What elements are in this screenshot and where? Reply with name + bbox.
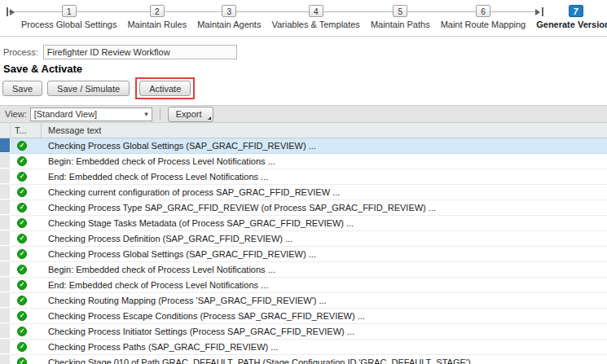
step-number[interactable]: 1	[62, 5, 77, 17]
table-row[interactable]: ✓ Checking Routing Mapping (Process 'SAP…	[0, 293, 607, 309]
roadmap-step-maint-route-mapping[interactable]: 6 Maint Route Mapping	[441, 5, 526, 29]
step-label: Variables & Templates	[271, 20, 359, 29]
toolbar-separator	[160, 108, 161, 120]
step-number[interactable]: 3	[222, 5, 236, 17]
table-row[interactable]: ✓ Checking Process Escape Conditions (Pr…	[0, 309, 607, 324]
row-selector[interactable]	[0, 247, 11, 261]
message-text: Checking Stage 010 of Path GRAC_DEFAULT_…	[42, 355, 481, 364]
process-field[interactable]	[43, 45, 237, 59]
message-text: Checking Process Global Settings (SAP_GR…	[42, 138, 316, 153]
success-icon: ✓	[17, 249, 27, 259]
table-row[interactable]: ✓ End: Embedded check of Process Level N…	[0, 169, 607, 185]
roadmap-start-icon	[7, 7, 16, 17]
step-label: Maintain Agents	[197, 20, 261, 29]
success-icon: ✓	[17, 234, 27, 243]
step-label: Maintain Rules	[127, 20, 187, 29]
workflow-roadmap: 1 Process Global Settings 2 Maintain Rul…	[0, 0, 607, 31]
table-row[interactable]: ✓ Begin: Embedded check of Process Level…	[0, 262, 607, 278]
step-number[interactable]: 2	[150, 5, 165, 17]
message-text: Checking current configuration of proces…	[42, 185, 340, 200]
row-selector[interactable]	[0, 138, 11, 153]
process-label: Process:	[3, 47, 38, 57]
type-column-header[interactable]: T...	[11, 123, 42, 138]
table-row[interactable]: ✓ Checking Process Global Settings (SAP_…	[0, 247, 607, 262]
message-column-header[interactable]: Message text	[42, 123, 101, 138]
table-row[interactable]: ✓ Checking Process Definition (SAP_GRAC_…	[0, 231, 607, 247]
message-text: Checking Routing Mapping (Process 'SAP_G…	[42, 293, 327, 308]
export-button-label: Export	[176, 109, 202, 119]
step-number[interactable]: 7	[569, 5, 583, 17]
save-button[interactable]: Save	[2, 81, 42, 96]
message-text: Checking Stage Tasks Metadata (of Proces…	[42, 216, 354, 230]
success-icon: ✓	[17, 203, 27, 213]
table-row[interactable]: ✓ Begin: Embedded check of Process Level…	[0, 154, 607, 169]
row-selector[interactable]	[0, 340, 11, 354]
success-icon: ✓	[17, 296, 27, 305]
view-select[interactable]: [Standard View] ▾	[30, 107, 152, 121]
table-row[interactable]: ✓ Checking current configuration of proc…	[0, 185, 607, 200]
message-log-table: T... Message text ✓ Checking Process Glo…	[0, 123, 607, 364]
step-label: Generate Versions	[536, 20, 607, 29]
roadmap-step-maintain-rules[interactable]: 2 Maintain Rules	[127, 5, 187, 29]
message-text: Checking Process Type SAP_GRAC_FFID_REVI…	[42, 200, 436, 215]
selector-column-header	[0, 123, 11, 138]
row-selector[interactable]	[0, 216, 11, 230]
message-text: Begin: Embedded check of Process Level N…	[42, 262, 275, 277]
message-text: Checking Process Escape Conditions (Proc…	[42, 309, 365, 323]
roadmap-step-generate-versions[interactable]: 7 Generate Versions	[536, 5, 607, 29]
row-selector[interactable]	[0, 154, 11, 169]
success-icon: ✓	[17, 141, 27, 151]
action-button-row: Save Save / Simulate Activate	[2, 78, 607, 99]
log-toolbar: View: [Standard View] ▾ Export	[0, 105, 607, 123]
save-simulate-button[interactable]: Save / Simulate	[47, 81, 130, 96]
msmp-workflow-config-screen: 1 Process Global Settings 2 Maintain Rul…	[0, 0, 607, 364]
table-row[interactable]: ✓ Checking Process Initiator Settings (P…	[0, 324, 607, 340]
row-selector[interactable]	[0, 355, 11, 364]
row-selector[interactable]	[0, 293, 11, 308]
message-text: Checking Process Definition (SAP_GRAC_FF…	[42, 231, 293, 246]
success-icon: ✓	[17, 265, 27, 274]
step-number[interactable]: 4	[309, 5, 323, 17]
row-selector[interactable]	[0, 278, 11, 292]
roadmap-step-process-global-settings[interactable]: 1 Process Global Settings	[21, 5, 117, 29]
row-selector[interactable]	[0, 200, 11, 215]
message-text: Begin: Embedded check of Process Level N…	[42, 154, 275, 169]
table-row[interactable]: ✓ Checking Process Global Settings (SAP_…	[0, 138, 607, 154]
message-text: Checking Process Paths (SAP_GRAC_FFID_RE…	[42, 340, 278, 354]
step-number[interactable]: 5	[393, 5, 407, 17]
roadmap-step-variables-templates[interactable]: 4 Variables & Templates	[271, 5, 359, 29]
table-row[interactable]: ✓ End: Embedded check of Process Level N…	[0, 278, 607, 293]
page-title: Save & Activate	[3, 63, 607, 75]
success-icon: ✓	[17, 172, 27, 182]
step-label: Maint Route Mapping	[441, 20, 526, 29]
table-header: T... Message text	[0, 123, 607, 138]
roadmap-step-maintain-paths[interactable]: 5 Maintain Paths	[371, 5, 430, 29]
row-selector[interactable]	[0, 169, 11, 184]
success-icon: ✓	[17, 187, 27, 197]
roadmap-step-maintain-agents[interactable]: 3 Maintain Agents	[197, 5, 261, 29]
menu-arrow-icon	[208, 116, 211, 120]
success-icon: ✓	[17, 342, 27, 352]
step-number[interactable]: 6	[476, 5, 490, 17]
message-text: Checking Process Initiator Settings (Pro…	[42, 324, 354, 339]
row-selector[interactable]	[0, 185, 11, 200]
success-icon: ✓	[17, 357, 27, 364]
section-divider	[0, 36, 607, 37]
row-selector[interactable]	[0, 309, 11, 323]
success-icon: ✓	[17, 311, 27, 321]
chevron-down-icon: ▾	[144, 111, 148, 118]
table-row[interactable]: ✓ Checking Process Type SAP_GRAC_FFID_RE…	[0, 200, 607, 216]
table-row[interactable]: ✓ Checking Stage 010 of Path GRAC_DEFAUL…	[0, 355, 607, 364]
table-row[interactable]: ✓ Checking Stage Tasks Metadata (of Proc…	[0, 216, 607, 231]
view-label: View:	[5, 109, 27, 119]
export-button[interactable]: Export	[168, 107, 213, 122]
roadmap-steps: 1 Process Global Settings 2 Maintain Rul…	[21, 5, 607, 29]
row-selector[interactable]	[0, 324, 11, 339]
row-selector[interactable]	[0, 231, 11, 246]
activate-button[interactable]: Activate	[139, 81, 191, 96]
row-selector[interactable]	[0, 262, 11, 277]
table-row[interactable]: ✓ Checking Process Paths (SAP_GRAC_FFID_…	[0, 340, 607, 355]
message-text: End: Embedded check of Process Level Not…	[42, 278, 268, 292]
process-row: Process:	[3, 45, 607, 59]
message-text: Checking Process Global Settings (SAP_GR…	[42, 247, 316, 261]
